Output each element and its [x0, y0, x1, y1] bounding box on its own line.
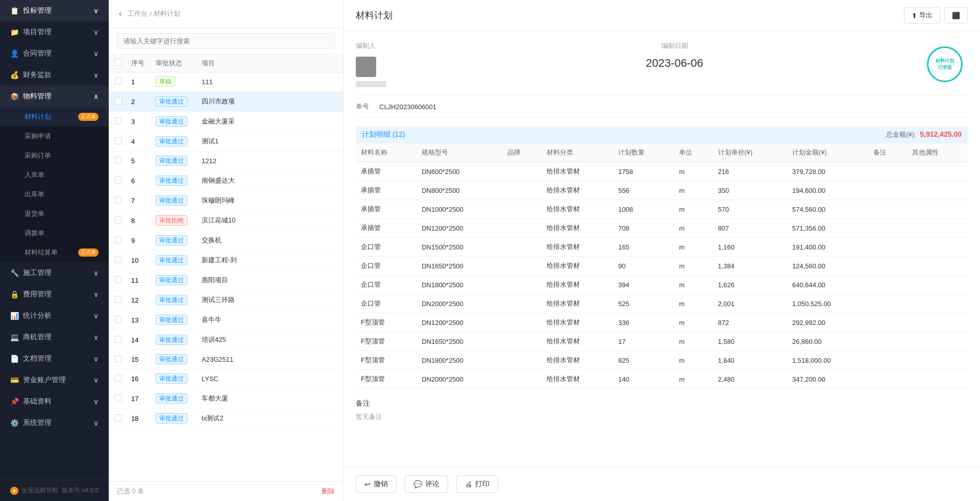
- sidebar-item-system[interactable]: ⚙️ 系统管理 ∨: [0, 412, 109, 434]
- row-checkbox[interactable]: [115, 316, 122, 323]
- sidebar-item-purchase-order[interactable]: 采购订单: [0, 146, 109, 165]
- table-row[interactable]: 1 草稿 111: [109, 72, 343, 92]
- td-name: F型顶管: [356, 351, 416, 370]
- table-row[interactable]: 4 审批通过 测试1: [109, 132, 343, 152]
- table-row[interactable]: 7 审批通过 珠穆朗玛峰: [109, 191, 343, 211]
- table-row[interactable]: 14 审批通过 培训425: [109, 330, 343, 350]
- list-item[interactable]: F型顶管DN1650*2500给排水管材17m1,58026,860.00: [356, 332, 968, 351]
- list-item[interactable]: F型顶管DN2000*2500给排水管材140m2,480347,200.00: [356, 370, 968, 389]
- list-item[interactable]: F型顶管DN1800*2500给排水管材825m1,8401,518,000.0…: [356, 351, 968, 370]
- export-button[interactable]: ⬆ 导出: [904, 7, 940, 23]
- print-button[interactable]: 🖨 打印: [456, 475, 498, 493]
- contract-icon: 👤: [10, 49, 19, 58]
- table-row[interactable]: 2 审批通过 四川市政项: [109, 92, 343, 112]
- status-badge: 审批通过: [156, 315, 187, 325]
- sidebar-item-stats[interactable]: 📊 统计分析 ∨: [0, 305, 109, 327]
- chevron-up-icon: ∧: [93, 92, 99, 101]
- project-icon: 📁: [10, 28, 19, 36]
- row-seq: 8: [131, 217, 156, 224]
- list-item[interactable]: 企口管DN1800*2500给排水管材394m1,626640,644.00: [356, 275, 968, 294]
- sidebar-item-purchase-apply[interactable]: 采购申请: [0, 127, 109, 146]
- list-item[interactable]: 企口管DN1650*2500给排水管材90m1,384124,560.00: [356, 257, 968, 275]
- sidebar-label-stats: 统计分析: [23, 311, 52, 320]
- list-item[interactable]: F型顶管DN1200*2500给排水管材336m872292,992.00: [356, 313, 968, 332]
- row-checkbox[interactable]: [115, 296, 122, 303]
- row-checkbox[interactable]: [115, 78, 122, 85]
- list-item[interactable]: 承插管DN800*2500给排水管材556m350194,600.00: [356, 181, 968, 200]
- sidebar-item-transfer[interactable]: 调拨单: [0, 223, 109, 243]
- row-checkbox[interactable]: [115, 374, 122, 382]
- row-checkbox[interactable]: [115, 276, 122, 283]
- sidebar-item-material-settlement[interactable]: 材料结算单 正式单: [0, 243, 109, 262]
- row-checkbox[interactable]: [115, 177, 122, 184]
- header-checkbox[interactable]: [115, 59, 122, 66]
- td-amount: 640,644.00: [787, 275, 868, 294]
- sidebar-item-expense[interactable]: 🔒 费用管理 ∨: [0, 284, 109, 305]
- table-row[interactable]: 3 审批通过 金融大厦采: [109, 112, 343, 132]
- sidebar-item-machine[interactable]: 💻 商机管理 ∨: [0, 327, 109, 348]
- row-project: 新建工程-刘: [202, 256, 337, 265]
- breadcrumb-home[interactable]: 工作台: [128, 9, 148, 18]
- td-spec: DN2000*2500: [416, 370, 502, 389]
- sidebar-item-project[interactable]: 📁 项目管理 ∨: [0, 21, 109, 43]
- comment-button[interactable]: 💬 评论: [405, 475, 448, 493]
- table-row[interactable]: 15 审批通过 A23G2511: [109, 350, 343, 369]
- list-item[interactable]: 企口管DN2000*2500给排水管材525m2,0011,050,525.00: [356, 294, 968, 313]
- row-checkbox[interactable]: [115, 117, 122, 124]
- list-item[interactable]: 承插管DN1200*2500给排水管材708m807571,356.00: [356, 219, 968, 238]
- row-checkbox[interactable]: [115, 414, 122, 421]
- row-checkbox[interactable]: [115, 137, 122, 144]
- table-row[interactable]: 13 审批通过 喜牛牛: [109, 310, 343, 330]
- sidebar-item-material-plan[interactable]: 材料计划 正式单: [0, 107, 109, 127]
- sidebar-item-bid[interactable]: 📋 投标管理 ∨: [0, 0, 109, 21]
- sidebar-item-materials[interactable]: 📦 物料管理 ∧: [0, 86, 109, 107]
- qrcode-button[interactable]: ⬛: [944, 7, 968, 23]
- cancel-button[interactable]: ↩ 撤销: [356, 475, 397, 493]
- table-row[interactable]: 5 审批通过 1212: [109, 152, 343, 171]
- sidebar-label-account: 资金账户管理: [23, 375, 66, 385]
- status-badge: 审批通过: [156, 295, 187, 305]
- table-row[interactable]: 8 审批拒绝 滨江花城10: [109, 211, 343, 231]
- search-input[interactable]: [117, 33, 335, 49]
- td-other: [907, 294, 968, 313]
- row-checkbox[interactable]: [115, 355, 122, 362]
- list-item[interactable]: 企口管DN1500*2500给排水管材165m1,160191,400.00: [356, 238, 968, 257]
- row-seq: 18: [131, 415, 156, 422]
- table-row[interactable]: 6 审批通过 南钢盛达大: [109, 171, 343, 191]
- th-unit-price: 计划单价(¥): [713, 143, 787, 162]
- sidebar-item-account[interactable]: 💳 资金账户管理 ∨: [0, 369, 109, 391]
- table-row[interactable]: 10 审批通过 新建工程-刘: [109, 251, 343, 270]
- delete-button[interactable]: 删除: [322, 487, 335, 496]
- row-checkbox[interactable]: [115, 236, 122, 243]
- table-row[interactable]: 11 审批通过 惠阳项目: [109, 270, 343, 290]
- version-label: 版本号:v4.0.0: [62, 486, 99, 495]
- row-project: 培训425: [202, 335, 337, 344]
- bottom-actions: ↩ 撤销 💬 评论 🖨 打印: [344, 467, 980, 501]
- remark-title: 备注: [356, 399, 968, 408]
- sidebar-item-construction[interactable]: 🔧 施工管理 ∨: [0, 262, 109, 284]
- table-row[interactable]: 12 审批通过 测试三环路: [109, 290, 343, 310]
- table-row[interactable]: 17 审批通过 车都大厦: [109, 389, 343, 409]
- sidebar-item-return[interactable]: 退货单: [0, 204, 109, 223]
- td-unit-price: 1,840: [713, 351, 787, 370]
- footer-nav[interactable]: ● 全景流程导航: [10, 486, 58, 495]
- row-checkbox[interactable]: [115, 216, 122, 223]
- sidebar-item-stock-out[interactable]: 出库单: [0, 185, 109, 204]
- row-checkbox[interactable]: [115, 157, 122, 164]
- row-checkbox[interactable]: [115, 394, 122, 402]
- row-checkbox[interactable]: [115, 336, 122, 343]
- row-checkbox[interactable]: [115, 97, 122, 105]
- list-item[interactable]: 承插管DN600*2500给排水管材1758m216379,728.00: [356, 162, 968, 181]
- sidebar-item-stock-in[interactable]: 入库单: [0, 165, 109, 185]
- table-row[interactable]: 18 审批通过 lx测试2: [109, 409, 343, 429]
- back-button[interactable]: ‹: [117, 7, 124, 20]
- sidebar-item-finance[interactable]: 💰 财务监款 ∨: [0, 64, 109, 86]
- row-checkbox[interactable]: [115, 196, 122, 204]
- table-row[interactable]: 9 审批通过 交换机: [109, 231, 343, 251]
- sidebar-item-basic[interactable]: 📌 基础资料 ∨: [0, 391, 109, 412]
- sidebar-item-contract[interactable]: 👤 合同管理 ∨: [0, 43, 109, 64]
- sidebar-item-doc[interactable]: 📄 文档管理 ∨: [0, 348, 109, 369]
- row-checkbox[interactable]: [115, 256, 122, 263]
- table-row[interactable]: 16 审批通过 LYSC: [109, 369, 343, 389]
- list-item[interactable]: 承插管DN1000*2500给排水管材1008m570574,560.00: [356, 200, 968, 219]
